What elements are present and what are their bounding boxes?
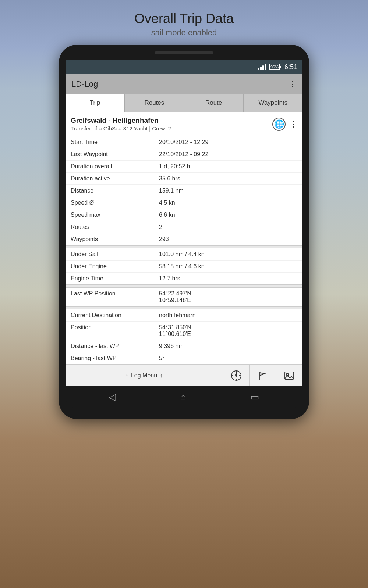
destination-section: Current Destination north fehmarn Positi… <box>66 309 302 365</box>
tabs-bar: Trip Routes Route Waypoints <box>66 94 302 112</box>
trip-title-block: Greifswald - Heiligenhafen Transfer of a… <box>71 116 171 132</box>
row-label: Start Time <box>71 139 159 146</box>
row-value: 58.18 nm / 4.6 kn <box>159 263 297 270</box>
last-wp-position-row: Last WP Position 54°22.497'N 10°59.148'E <box>66 288 302 306</box>
table-row: Under Engine 58.18 nm / 4.6 kn <box>66 261 302 273</box>
table-row: Under Sail 101.0 nm / 4.4 kn <box>66 248 302 261</box>
position-value: 54°31.850'N 11°00.610'E <box>159 324 297 337</box>
phone-speaker <box>155 51 213 54</box>
row-label: Distance <box>71 187 159 194</box>
row-label: Engine Time <box>71 275 159 282</box>
row-value: 4.5 kn <box>159 200 297 206</box>
table-row: Duration active 35.6 hrs <box>66 173 302 185</box>
phone-device: 96% 6:51 LD-Log ⋮ Trip Routes Route Wayp… <box>59 45 309 419</box>
position-label: Position <box>71 324 159 331</box>
phone-nav: ◁ ⌂ ▭ <box>66 386 302 408</box>
row-label: Under Sail <box>71 251 159 258</box>
trip-title: Greifswald - Heiligenhafen <box>71 116 171 125</box>
position-row: Position 54°31.850'N 11°00.610'E <box>66 322 302 340</box>
table-row: Engine Time 12.7 hrs <box>66 273 302 284</box>
table-row: Distance 159.1 nm <box>66 185 302 197</box>
svg-rect-8 <box>285 372 294 379</box>
globe-icon[interactable]: 🌐 <box>272 118 286 131</box>
row-label: Speed max <box>71 212 159 218</box>
row-value: 12.7 hrs <box>159 275 297 282</box>
svg-point-9 <box>286 373 289 376</box>
log-arrow-up-right: ↑ <box>160 373 163 379</box>
distance-last-wp-value: 9.396 nm <box>159 343 297 349</box>
compass-button[interactable] <box>223 365 250 386</box>
trip-stats-section: Start Time 20/10/2012 - 12:29 Last Waypo… <box>66 136 302 245</box>
page-title: Overall Trip Data <box>0 11 368 26</box>
row-label: Routes <box>71 224 159 230</box>
battery-icon: 96% <box>269 64 280 70</box>
row-label: Speed Ø <box>71 200 159 206</box>
row-value: 159.1 nm <box>159 187 297 194</box>
tab-routes[interactable]: Routes <box>125 94 184 112</box>
tab-waypoints[interactable]: Waypoints <box>244 94 302 112</box>
row-label: Duration overall <box>71 163 159 170</box>
phone-screen: 96% 6:51 LD-Log ⋮ Trip Routes Route Wayp… <box>66 60 302 386</box>
tab-trip[interactable]: Trip <box>66 94 125 112</box>
log-menu-section[interactable]: ↑ Log Menu ↑ <box>66 365 223 386</box>
recents-button[interactable]: ▭ <box>250 391 259 403</box>
current-destination-label: Current Destination <box>71 312 159 319</box>
position-section: Last WP Position 54°22.497'N 10°59.148'E <box>66 288 302 306</box>
current-destination-value: north fehmarn <box>159 312 297 319</box>
row-value: 101.0 nm / 4.4 kn <box>159 251 297 258</box>
row-label: Waypoints <box>71 236 159 243</box>
table-row: Start Time 20/10/2012 - 12:29 <box>66 136 302 148</box>
page-header: Overall Trip Data sail mode enabled <box>0 0 368 41</box>
row-value: 22/10/2012 - 09:22 <box>159 151 297 158</box>
table-row: Duration overall 1 d, 20:52 h <box>66 161 302 173</box>
last-wp-value: 54°22.497'N 10°59.148'E <box>159 290 297 304</box>
row-value: 2 <box>159 224 297 230</box>
table-row: Speed Ø 4.5 kn <box>66 197 302 209</box>
row-label: Last Waypoint <box>71 151 159 158</box>
time-display: 6:51 <box>284 63 297 71</box>
bottom-toolbar: ↑ Log Menu ↑ <box>66 365 302 386</box>
row-value: 20/10/2012 - 12:29 <box>159 139 297 146</box>
distance-last-wp-label: Distance - last WP <box>71 343 159 349</box>
bearing-last-wp-label: Bearing - last WP <box>71 355 159 362</box>
section-divider-3 <box>66 306 302 309</box>
row-value: 6.6 kn <box>159 212 297 218</box>
image-button[interactable] <box>276 365 302 386</box>
bearing-last-wp-row: Bearing - last WP 5° <box>66 352 302 364</box>
trip-actions: 🌐 ⋮ <box>272 118 297 131</box>
distance-last-wp-row: Distance - last WP 9.396 nm <box>66 340 302 352</box>
section-divider-2 <box>66 285 302 288</box>
row-label: Duration active <box>71 175 159 182</box>
signal-icon <box>258 64 266 70</box>
flag-button[interactable] <box>250 365 276 386</box>
current-destination-row: Current Destination north fehmarn <box>66 309 302 322</box>
table-row: Waypoints 293 <box>66 233 302 245</box>
bearing-last-wp-value: 5° <box>159 355 297 362</box>
row-value: 1 d, 20:52 h <box>159 163 297 170</box>
back-button[interactable]: ◁ <box>109 391 116 403</box>
trip-subtitle: Transfer of a GibSea 312 Yacht | Crew: 2 <box>71 125 171 132</box>
row-value: 35.6 hrs <box>159 175 297 182</box>
app-bar: LD-Log ⋮ <box>66 74 302 94</box>
table-row: Last Waypoint 22/10/2012 - 09:22 <box>66 148 302 161</box>
section-divider-1 <box>66 245 302 248</box>
sailing-section: Under Sail 101.0 nm / 4.4 kn Under Engin… <box>66 248 302 285</box>
table-row: Speed max 6.6 kn <box>66 209 302 221</box>
table-row: Routes 2 <box>66 221 302 233</box>
log-menu-label: Log Menu <box>131 372 157 379</box>
app-title: LD-Log <box>71 79 98 89</box>
row-label: Under Engine <box>71 263 159 270</box>
tab-route[interactable]: Route <box>184 94 244 112</box>
last-wp-label: Last WP Position <box>71 290 159 297</box>
trip-header: Greifswald - Heiligenhafen Transfer of a… <box>66 112 302 136</box>
log-arrow-up-left: ↑ <box>125 373 128 379</box>
svg-marker-6 <box>236 372 237 376</box>
row-value: 293 <box>159 236 297 243</box>
home-button[interactable]: ⌂ <box>180 391 186 403</box>
trip-more-icon[interactable]: ⋮ <box>289 119 297 129</box>
status-bar: 96% 6:51 <box>66 60 302 74</box>
page-subtitle: sail mode enabled <box>0 28 368 37</box>
more-menu-icon[interactable]: ⋮ <box>289 79 297 89</box>
